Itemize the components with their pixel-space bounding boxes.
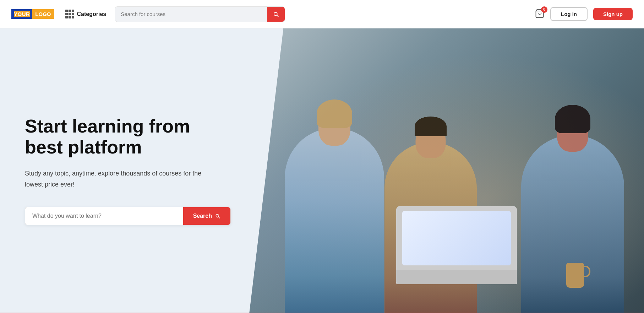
navbar-search-bar [115,6,285,22]
cart-badge: 0 [541,6,547,13]
signup-button[interactable]: Sign up [593,8,633,20]
categories-button[interactable]: Categories [65,10,107,18]
navbar-right: 0 Log in Sign up [535,7,633,21]
hero-title: Start learning from best platform [25,116,258,158]
people-scene [245,28,644,313]
logo[interactable]: YOUR LOGO [11,9,54,19]
hero-search-input[interactable] [25,207,183,225]
hero-right [245,28,644,313]
login-button[interactable]: Log in [550,7,588,21]
hero-left: Start learning from best platform Study … [0,28,283,313]
grid-icon [65,10,74,18]
laptop-screen [396,206,517,270]
cart-button[interactable]: 0 [535,9,545,20]
laptop-base [396,270,517,284]
coffee-cup [566,263,584,288]
laptop [396,206,517,284]
hero-search-bar: Search [25,207,231,225]
person-left [285,128,384,313]
hero-photo [245,28,644,313]
navbar-search-input[interactable] [115,7,267,21]
search-icon [273,11,279,17]
laptop-screen-inner [402,211,511,265]
hero-section: Start learning from best platform Study … [0,28,644,313]
navbar-search-button[interactable] [267,7,285,22]
logo-your-text: YOUR [11,9,32,19]
hero-search-icon [215,213,220,219]
hero-subtitle: Study any topic, anytime. explore thousa… [25,168,209,190]
hero-search-button[interactable]: Search [183,207,230,225]
logo-logo-text: LOGO [32,9,54,19]
navbar: YOUR LOGO Categories 0 [0,0,644,28]
